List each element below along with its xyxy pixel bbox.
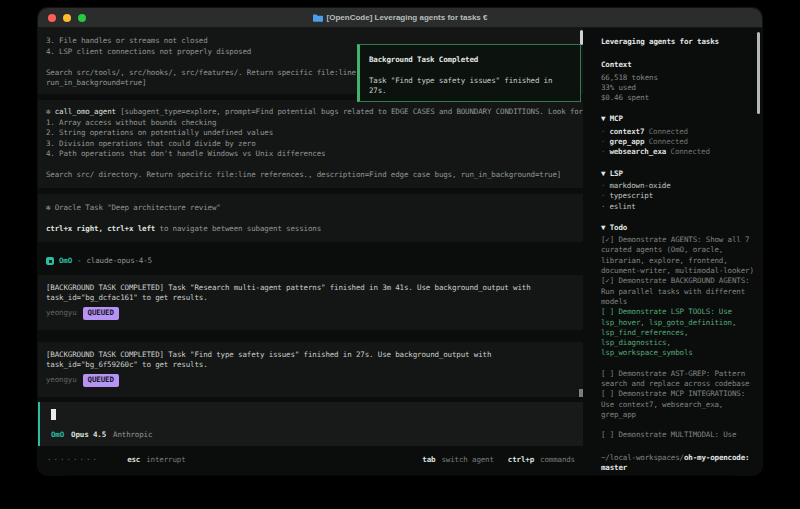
oracle-task-line: ✻ Oracle Task "Deep architecture review" (46, 203, 575, 214)
lsp-item: · typescript (601, 191, 754, 201)
workspace-path-prefix: ~/local-workspaces/ (601, 453, 684, 462)
spark-icon: ✻ (46, 203, 50, 212)
shortcut-ctrl-x-left: ctrl+x left (107, 224, 155, 233)
hint-text: to navigate between subagent sessions (155, 224, 321, 233)
workspace-path: ~/local-workspaces/oh-my-opencode: maste… (601, 453, 754, 474)
mcp-heading[interactable]: ▼ MCP (601, 114, 754, 124)
background-task-toast[interactable]: Background Task Completed Task "Find typ… (357, 44, 581, 102)
context-spent: $0.46 spent (601, 93, 754, 103)
todo-heading[interactable]: ▼ Todo (601, 223, 754, 233)
agent-call-line: ✻ call_omo_agent [subagent_type=explore,… (46, 107, 575, 118)
todo-item-done: [✓] Demonstrate BACKGROUND AGENTS: Run p… (601, 276, 754, 307)
message-scrollbar-thumb[interactable] (579, 389, 583, 397)
task-completed-text: [BACKGROUND TASK COMPLETED] Task "Resear… (46, 283, 551, 304)
status-bar: ········ esc interrupt tab switch agent … (38, 451, 583, 466)
mcp-section[interactable]: ▼ MCP · context7 Connected · grep_app Co… (601, 114, 754, 157)
zoom-button[interactable] (78, 14, 86, 22)
lsp-name: typescript (609, 191, 653, 201)
mcp-name: grep_app (609, 137, 644, 146)
session-agent-name: OmO (59, 256, 72, 267)
subagent-nav-hint: ctrl+x right, ctrl+x left to navigate be… (46, 224, 575, 235)
bug-list-item: 4. Path operations that don't handle Win… (46, 149, 575, 160)
titlebar[interactable]: [OpenCode] Leveraging agents for tasks € (38, 8, 762, 28)
oracle-task-title: Oracle Task "Deep architecture review" (55, 203, 221, 212)
username: yeongyu (46, 308, 77, 319)
window-title-group: [OpenCode] Leveraging agents for tasks € (313, 13, 488, 22)
task-meta-row: yeongyu QUEUED (46, 374, 575, 387)
message-panel-agent-call: ✻ call_omo_agent [subagent_type=explore,… (38, 100, 583, 188)
statusbar-left: ········ esc interrupt (47, 455, 186, 466)
context-tokens: 66,518 tokens (601, 73, 754, 83)
session-separator: - (77, 256, 81, 267)
minimize-button[interactable] (63, 14, 71, 22)
context-heading: Context (601, 60, 754, 70)
mcp-name: context7 (609, 127, 644, 136)
todo-item-active: [ ] Demonstrate LSP TOOLS: Use lsp_hover… (601, 307, 754, 358)
mcp-status: Connected (649, 127, 688, 136)
input-agent-name: OmO (51, 430, 64, 441)
prompt-input[interactable]: OmO Opus 4.5 Anthropic (38, 402, 583, 446)
window-title: [OpenCode] Leveraging agents for tasks € (327, 13, 488, 22)
ctrl-p-key-hint: ctrl+p (508, 455, 534, 466)
input-model-name: Opus 4.5 (71, 430, 106, 441)
mcp-name: websearch_exa (609, 147, 666, 156)
main-scrollbar-thumb[interactable] (580, 30, 583, 45)
close-button[interactable] (48, 14, 56, 22)
background-task-message: [BACKGROUND TASK COMPLETED] Task "Find t… (38, 342, 583, 397)
esc-key-hint: esc (127, 455, 140, 466)
toast-title: Background Task Completed (369, 55, 571, 66)
opencode-window: [OpenCode] Leveraging agents for tasks €… (38, 8, 762, 475)
username: yeongyu (46, 375, 77, 386)
todo-section[interactable]: ▼ Todo [✓] Demonstrate AGENTS: Show all … (601, 223, 754, 441)
mcp-item: · grep_app Connected (601, 137, 754, 147)
session-model-name: claude-opus-4-5 (86, 256, 151, 267)
lsp-item: · eslint (601, 202, 754, 212)
mcp-status: Connected (649, 137, 688, 146)
mcp-item: · context7 Connected (601, 127, 754, 137)
agent-chip-icon (46, 257, 54, 265)
background-task-message: [BACKGROUND TASK COMPLETED] Task "Resear… (38, 275, 583, 330)
bug-list-item: 3. Division operations that could divide… (46, 139, 575, 150)
task-completed-text: [BACKGROUND TASK COMPLETED] Task "Find t… (46, 350, 551, 371)
folder-icon (313, 14, 323, 22)
git-branch: master (601, 463, 754, 473)
toast-body: Task "Find type safety issues" finished … (369, 76, 571, 97)
session-title: Leveraging agents for tasks (601, 37, 754, 47)
shortcut-ctrl-x-right: ctrl+x right, (46, 224, 107, 233)
tab-key-hint: tab (422, 455, 435, 466)
message-panel-oracle: ✻ Oracle Task "Deep architecture review"… (38, 194, 583, 242)
lsp-heading[interactable]: ▼ LSP (601, 169, 754, 179)
agent-call-name: call_omo_agent (55, 107, 116, 116)
model-selector-row[interactable]: OmO Opus 4.5 Anthropic (51, 430, 573, 441)
lsp-name: eslint (609, 202, 635, 212)
context-used: 33% used (601, 83, 754, 93)
agent-call-footer: Search src/ directory. Return specific f… (46, 170, 575, 181)
bullet-icon: · (601, 202, 605, 212)
mcp-item: · websearch_exa Connected (601, 147, 754, 157)
lsp-item: · markdown-oxide (601, 181, 754, 191)
queued-badge: QUEUED (83, 307, 119, 320)
traffic-lights (48, 14, 86, 22)
todo-item-pending: [ ] Demonstrate AST-GREP: Pattern search… (601, 369, 754, 390)
todo-item-done: [✓] Demonstrate AGENTS: Show all 7 curat… (601, 235, 754, 276)
bug-list-item: 1. Array access without bounds checking (46, 118, 575, 129)
session-header[interactable]: OmO - claude-opus-4-5 (38, 251, 583, 271)
bullet-icon: · (601, 137, 605, 147)
tab-key-label: switch agent (441, 455, 493, 466)
statusbar-right: tab switch agent ctrl+p commands (422, 455, 575, 466)
sidebar-scrollbar-thumb[interactable] (757, 32, 760, 114)
chat-main-area[interactable]: Background Task Completed Task "Find typ… (38, 28, 583, 475)
context-section: Context 66,518 tokens 33% used $0.46 spe… (601, 60, 754, 103)
activity-dots: ········ (47, 455, 99, 466)
input-provider-name: Anthropic (113, 430, 152, 441)
mcp-status: Connected (671, 147, 710, 156)
session-sidebar[interactable]: Leveraging agents for tasks Context 66,5… (592, 28, 762, 475)
spark-icon: ✻ (46, 107, 50, 116)
ctrl-p-key-label: commands (540, 455, 575, 466)
bullet-icon: · (601, 181, 605, 191)
lsp-section[interactable]: ▼ LSP · markdown-oxide · typescript · es… (601, 169, 754, 212)
bullet-icon: · (601, 147, 605, 157)
bullet-icon: · (601, 127, 605, 137)
todo-item-pending: [ ] Demonstrate MULTIMODAL: Use (601, 430, 754, 440)
lsp-name: markdown-oxide (609, 181, 670, 191)
